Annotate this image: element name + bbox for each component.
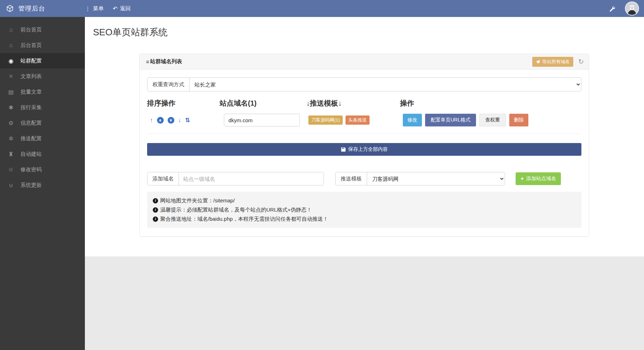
move-to-bottom-icon[interactable]: ↓ [178, 117, 181, 123]
domain-input[interactable] [224, 114, 300, 126]
add-domain-row: 添加域名 推送模板 刀客源码网 + 添加站点域名 [147, 172, 581, 185]
hamburger-icon: ≡ [146, 59, 149, 65]
info-icon: i [153, 207, 158, 213]
menu-toggle-label: 菜单 [93, 5, 104, 12]
weight-query-group: 权重查询方式 站长之家 [147, 77, 581, 91]
cube-logo-icon [6, 4, 14, 13]
edit-button[interactable]: 修改 [403, 114, 422, 126]
paw-icon: ✲ [7, 135, 15, 142]
ellipsis-v-icon: ⋮ [85, 5, 91, 12]
sidebar-item-label: 后台首页 [21, 42, 42, 49]
new-domain-input[interactable] [179, 172, 324, 185]
sidebar-item-system-update[interactable]: ∪ 系统更新 [0, 177, 85, 193]
column-header-actions: 操作 [400, 99, 581, 108]
table-row: ↑ ∧ ∨ ↓ ⇅ 刀客源码网(1) 头条推送 修改 配置单页URL格式 查权重 [147, 114, 581, 134]
template-badge[interactable]: 刀客源码网(1) [308, 115, 343, 125]
user-avatar[interactable] [625, 1, 639, 16]
sidebar: ⌂ 前台首页 ⌂ 后台首页 ◉ 站群配置 ≡ 文章列表 ▤ 批量文章 ✱ 按行采… [0, 17, 85, 350]
globe-icon: ◉ [7, 58, 15, 64]
sidebar-item-label: 信息配置 [21, 120, 42, 126]
save-all-button[interactable]: 保存上方全部内容 [147, 143, 581, 156]
info-icon: i [153, 216, 158, 222]
add-site-domain-button[interactable]: + 添加站点域名 [516, 172, 561, 185]
domain-list-panel: ≡ 站群域名列表 导出所有域名 ↻ 权重查询方式 站长之家 排序操 [139, 54, 589, 237]
drag-sort-icon[interactable]: ⇅ [185, 117, 190, 123]
column-header-push-template: ↓推送模板↓ [306, 99, 400, 108]
push-template-badges: 刀客源码网(1) 头条推送 [306, 115, 400, 125]
add-domain-group: 添加域名 [147, 172, 324, 185]
info-line-sitemap: i 网站地图文件夹位置：/sitemap/ [153, 196, 576, 205]
wrench-icon[interactable] [609, 6, 615, 12]
move-up-icon[interactable]: ∧ [157, 117, 164, 124]
info-line-push-url: i 聚合推送地址：域名/baidu.php，本程序无需挂访问任务都可自动推送！ [153, 214, 576, 224]
save-icon [341, 147, 346, 152]
sidebar-item-label: 前台首页 [21, 26, 42, 33]
sidebar-item-admin-home[interactable]: ⌂ 后台首页 [0, 37, 85, 53]
panel-header: ≡ 站群域名列表 导出所有域名 ↻ [140, 54, 589, 70]
list-icon: ≡ [7, 73, 15, 79]
home-icon: ⌂ [7, 42, 15, 48]
paper-plane-icon [536, 60, 540, 64]
topbar: 管理后台 ⋮ 菜单 ↶ 返回 [0, 0, 644, 17]
push-template-label: 推送模板 [336, 172, 367, 185]
user-circle-icon: ☺ [7, 166, 15, 173]
configure-url-format-button[interactable]: 配置单页URL格式 [425, 114, 476, 126]
sidebar-item-article-list[interactable]: ≡ 文章列表 [0, 69, 85, 84]
brand: 管理后台 [0, 4, 85, 13]
sort-controls: ↑ ∧ ∨ ↓ ⇅ [147, 117, 220, 124]
sidebar-item-label: 站群配置 [21, 58, 42, 64]
column-header-sort: 排序操作 [147, 99, 220, 108]
sidebar-item-label: 推送配置 [21, 135, 42, 142]
plus-icon: + [521, 176, 524, 182]
asterisk-icon: ✱ [7, 104, 15, 111]
home-icon: ⌂ [7, 26, 15, 33]
info-box: i 网站地图文件夹位置：/sitemap/ i 温馨提示：必须配置站群域名，及每… [147, 192, 581, 228]
book-icon: ▤ [7, 89, 15, 95]
sidebar-item-info-config[interactable]: ⚙ 信息配置 [0, 115, 85, 131]
sidebar-item-label: 文章列表 [21, 73, 42, 80]
menu-toggle[interactable]: ⋮ 菜单 [85, 5, 104, 12]
move-to-top-icon[interactable]: ↑ [150, 117, 153, 123]
sidebar-item-push-config[interactable]: ✲ 推送配置 [0, 131, 85, 146]
back-button[interactable]: ↶ 返回 [113, 5, 130, 12]
delete-button[interactable]: 删除 [509, 114, 528, 126]
push-template-group: 推送模板 刀客源码网 [335, 172, 505, 185]
back-arrow-icon: ↶ [113, 5, 117, 12]
row-actions: 修改 配置单页URL格式 查权重 删除 [400, 114, 581, 126]
back-button-label: 返回 [120, 5, 130, 12]
page-title: SEO单页站群系统 [93, 26, 644, 38]
sidebar-item-label: 批量文章 [21, 89, 42, 95]
push-template-select[interactable]: 刀客源码网 [367, 172, 505, 185]
info-icon: i [153, 198, 158, 203]
sidebar-item-label: 修改密码 [21, 166, 42, 173]
sidebar-item-line-collect[interactable]: ✱ 按行采集 [0, 100, 85, 115]
check-weight-button[interactable]: 查权重 [479, 114, 506, 126]
export-all-domains-button[interactable]: 导出所有域名 [532, 57, 573, 67]
weight-query-label: 权重查询方式 [147, 78, 190, 91]
main-content: SEO单页站群系统 ≡ 站群域名列表 导出所有域名 ↻ 权重查询方式 站长之家 [85, 17, 644, 256]
sidebar-item-auto-build[interactable]: ♜ 自动建站 [0, 146, 85, 162]
brand-title: 管理后台 [18, 4, 45, 13]
weight-query-select[interactable]: 站长之家 [190, 78, 581, 91]
move-down-icon[interactable]: ∨ [168, 117, 174, 124]
info-line-tip: i 温馨提示：必须配置站群域名，及每个站点的URL格式+伪静态！ [153, 205, 576, 214]
sidebar-item-label: 系统更新 [21, 182, 42, 189]
sidebar-item-change-password[interactable]: ☺ 修改密码 [0, 162, 85, 177]
panel-title: ≡ 站群域名列表 [146, 58, 182, 65]
sidebar-item-front-home[interactable]: ⌂ 前台首页 [0, 22, 85, 37]
sidebar-item-site-group-config[interactable]: ◉ 站群配置 [0, 53, 85, 69]
update-icon: ∪ [7, 182, 15, 189]
add-domain-label: 添加域名 [147, 172, 179, 185]
column-header-domain: 站点域名(1) [220, 99, 306, 108]
template-badge[interactable]: 头条推送 [346, 115, 370, 125]
sidebar-item-label: 自动建站 [21, 151, 42, 158]
refresh-icon[interactable]: ↻ [578, 58, 584, 65]
gear-icon: ⚙ [7, 120, 15, 126]
sidebar-item-label: 按行采集 [21, 104, 42, 111]
bank-icon: ♜ [7, 151, 15, 158]
table-header-row: 排序操作 站点域名(1) ↓推送模板↓ 操作 [147, 99, 581, 108]
sidebar-item-batch-articles[interactable]: ▤ 批量文章 [0, 84, 85, 100]
